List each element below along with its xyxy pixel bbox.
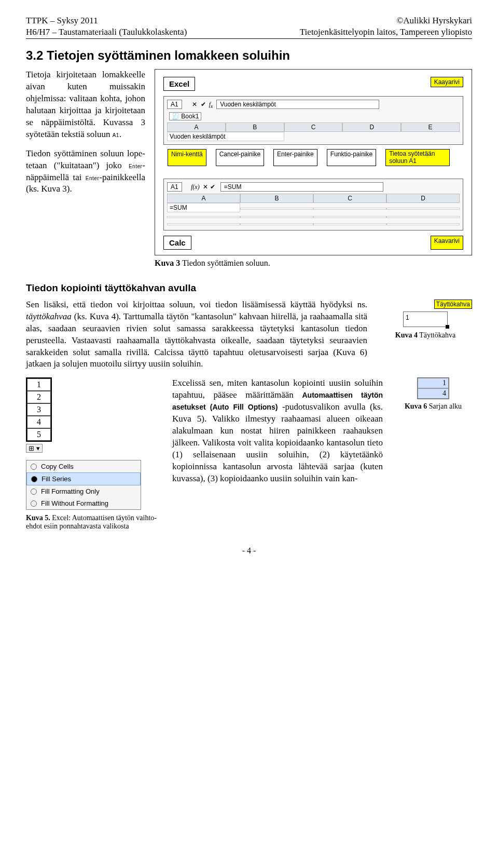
fig4-cap-t: Täyttökahva — [418, 331, 455, 339]
fig6-caption: Kuva 6 Sarjan alku — [394, 402, 472, 411]
col-E: E — [401, 123, 460, 132]
fig4-caption: Kuva 4 Täyttökahva — [379, 331, 472, 340]
page-number: - 4 - — [26, 546, 472, 555]
fig6-cells: 1 4 — [417, 377, 449, 399]
seq-cells: 1 2 3 4 5 — [26, 377, 52, 442]
fillhandle-num: 1 — [406, 314, 409, 321]
cell-4: 4 — [27, 416, 51, 428]
label-excel: Excel — [163, 77, 195, 91]
label-tayttokahva: Täyttökahva — [434, 300, 472, 309]
row1-top: Vuoden keskilämpöt — [167, 132, 460, 141]
label-enter: Enter-painike — [273, 149, 317, 166]
col-headers-top: A B C D E — [167, 123, 460, 132]
row3: 1 2 3 4 5 ⊞ ▾ Copy Cells Fill Series Fil… — [26, 377, 472, 531]
label-kaayarivi: Kaayarivi — [431, 77, 463, 87]
figure-6: 1 4 Kuva 6 Sarjan alku — [394, 377, 472, 531]
para1b: . — [119, 129, 121, 139]
cell-1: 1 — [27, 378, 51, 391]
p2em: täyttökahvaa — [26, 311, 72, 321]
p2b: (ks. Kuva 4). Tarttumalla täytön "kan­ta… — [26, 311, 367, 369]
fig6-cap-b: Kuva 6 — [405, 402, 427, 410]
label-cancel: Cancel-painike — [216, 149, 264, 166]
fig6-cell-2: 4 — [418, 388, 449, 399]
hdr-left-2: H6/H7 – Taustamateriaali (Taulukkolasken… — [26, 27, 187, 37]
fillhandle-cell: 1 — [403, 311, 448, 327]
col-D-b: D — [386, 194, 460, 203]
col-A-b: A — [167, 194, 240, 203]
page-header-2: H6/H7 – Taustamateriaali (Taulukkolasken… — [26, 27, 472, 37]
section-heading: 3.2 Tietojen syöttäminen lomakkeen solui… — [26, 48, 472, 63]
intro-row: Tietoja kirjoite­taan lomakkeelle aivan … — [26, 69, 472, 268]
autofill-menu[interactable]: Copy Cells Fill Series Fill Formatting O… — [26, 460, 141, 510]
col-B: B — [226, 123, 284, 132]
figure-5: 1 2 3 4 5 ⊞ ▾ Copy Cells Fill Series Fil… — [26, 377, 161, 531]
page-header: TTPK – Syksy 2011 ©Aulikki Hyrskykari — [26, 16, 472, 26]
cell-5: 5 — [27, 428, 51, 441]
formulabar: Vuoden keskilämpöt — [216, 100, 379, 109]
namebox-b: A1 — [167, 182, 182, 192]
cell-3: 3 — [27, 403, 51, 416]
col-C-b: C — [313, 194, 386, 203]
mi-copy[interactable]: Copy Cells — [26, 460, 141, 472]
cell-a1-val: Vuoden keskilämpöt — [167, 132, 284, 141]
cell-2: 2 — [27, 391, 51, 403]
hdr-right-2: Tietojenkäsittelyopin laitos, Tampereen … — [300, 27, 472, 37]
fig4-cap-b: Kuva 4 — [395, 331, 418, 339]
col-A: A — [167, 123, 226, 132]
col-B-b: B — [240, 194, 313, 203]
col-D: D — [342, 123, 401, 132]
hdr-rule — [26, 38, 472, 39]
para-autofill: Excelissä sen, miten kantasolun kopioint… — [172, 377, 383, 531]
para1a: Tietoja kirjoite­taan lomakkeelle aivan … — [26, 70, 145, 139]
p3b: -pudotusvalikon avulla (ks. Kuva 5). Val… — [172, 402, 383, 483]
cell-a1: A1 — [113, 132, 119, 138]
fig5-cap-b: Kuva 5. — [26, 514, 50, 522]
enter-key-2: Enter — [86, 175, 99, 181]
row2: Sen lisäksi, että tiedon voi kirjoittaa … — [26, 299, 472, 371]
label-funktio: Funktio-painike — [327, 149, 376, 166]
hdr-right-1: ©Aulikki Hyrskykari — [396, 16, 472, 26]
label-kaavarivi-b: Kaavarivi — [431, 236, 463, 250]
book-label: Book1 — [181, 113, 199, 120]
label-calc: Calc — [163, 236, 191, 250]
col-headers-bot: A B C D — [167, 194, 460, 203]
enter-key-1: Enter — [129, 164, 142, 169]
formulabar-b: =SUM — [220, 182, 383, 192]
mi-withoutfmt[interactable]: Fill Without Formatting — [26, 497, 141, 509]
fig5-caption: Kuva 5. Excel: Automaattisen täytön vaih… — [26, 514, 161, 531]
fig6-cell-1: 1 — [418, 378, 449, 388]
autofill-button[interactable]: ⊞ ▾ — [26, 444, 43, 453]
fig3-caption: Kuva 3 Tiedon syöttämien soluun. — [155, 259, 472, 268]
mi-fillseries[interactable]: Fill Series — [26, 472, 141, 485]
para-fill: Sen lisäksi, että tiedon voi kirjoittaa … — [26, 299, 367, 371]
sub-heading: Tiedon kopiointi täyttökahvan avulla — [26, 282, 472, 294]
label-nimi: Nimi-kenttä — [168, 149, 206, 166]
mi-fmtonly[interactable]: Fill Formatting Only — [26, 485, 141, 497]
p2a: Sen lisäksi, että tiedon voi kirjoittaa … — [26, 300, 367, 309]
fig3-bottom-strip: A1 f(x) ✕ ✔ =SUM A B C D =SUM — [163, 179, 463, 230]
fig3-cap-b: Kuva 3 — [155, 259, 180, 267]
anno-row: Nimi-kenttä Cancel-painike Enter-painike… — [168, 149, 463, 166]
row1-bot: =SUM — [167, 203, 460, 212]
label-tietoa: Tietoa syötetään soluun A1 — [385, 149, 450, 166]
fig6-cap-t: Sarjan alku — [427, 402, 462, 410]
figure-3: Excel Kaayarivi A1 ✕ ✔ fx Vuoden keskilä… — [155, 69, 472, 268]
cell-a1-b: =SUM — [167, 203, 240, 212]
hdr-left-1: TTPK – Syksy 2011 — [26, 16, 98, 26]
col-C: C — [284, 123, 343, 132]
fig3-cap-t: Tiedon syöttämien soluun. — [180, 259, 270, 267]
figure-4: Täyttökahva 1 Kuva 4 Täyttökahva — [379, 299, 472, 371]
page: TTPK – Syksy 2011 ©Aulikki Hyrskykari H6… — [0, 0, 498, 576]
fig3-top-strip: A1 ✕ ✔ fx Vuoden keskilämpöt 🧾 Book1 A B… — [163, 96, 463, 145]
intro-text: Tietoja kirjoite­taan lomakkeelle aivan … — [26, 69, 145, 268]
namebox: A1 — [167, 100, 182, 109]
para2a: Tiedon syöttämi­nen soluun lope­tetaan (… — [26, 148, 145, 170]
figure-3-box: Excel Kaayarivi A1 ✕ ✔ fx Vuoden keskilä… — [155, 69, 472, 255]
